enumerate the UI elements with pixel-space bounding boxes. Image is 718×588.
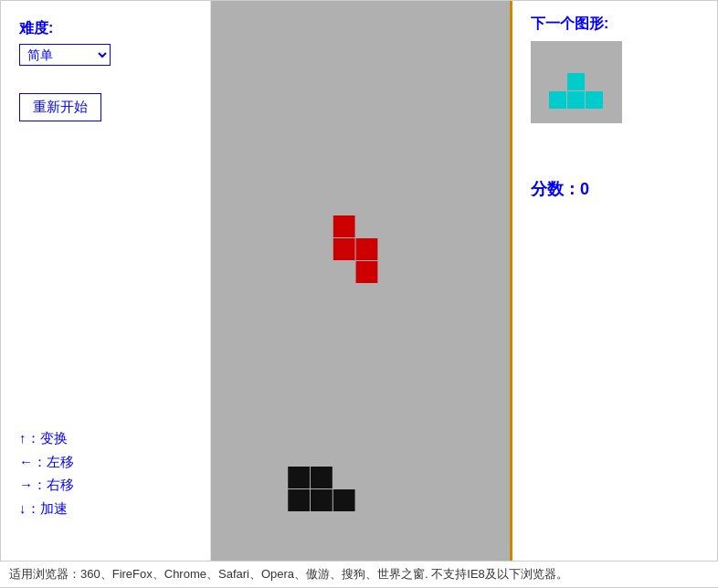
next-piece-preview bbox=[531, 41, 622, 123]
footer: 适用浏览器：360、FireFox、Chrome、Safari、Opera、傲游… bbox=[0, 561, 718, 588]
right-panel: 下一个图形: 分数：0 bbox=[512, 1, 717, 561]
control-line: ←：左移 bbox=[19, 450, 192, 474]
footer-text: 适用浏览器：360、FireFox、Chrome、Safari、Opera、傲游… bbox=[9, 566, 568, 583]
next-piece-label: 下一个图形: bbox=[531, 15, 608, 34]
difficulty-section: 难度: 简单 普通 困难 bbox=[19, 19, 192, 66]
difficulty-select[interactable]: 简单 普通 困难 bbox=[19, 44, 111, 66]
next-piece-canvas bbox=[531, 41, 622, 123]
control-line: →：右移 bbox=[19, 473, 192, 497]
game-canvas bbox=[211, 1, 510, 561]
score-value: 0 bbox=[580, 180, 589, 198]
control-line: ↑：变换 bbox=[19, 426, 192, 450]
score-label: 分数： bbox=[531, 180, 580, 198]
restart-button[interactable]: 重新开始 bbox=[19, 93, 101, 121]
game-area[interactable] bbox=[211, 1, 512, 561]
outer-container: 难度: 简单 普通 困难 重新开始 ↑：变换←：左移→：右移↓：加速 下一个图形… bbox=[0, 0, 718, 588]
left-panel: 难度: 简单 普通 困难 重新开始 ↑：变换←：左移→：右移↓：加速 bbox=[1, 1, 211, 561]
control-line: ↓：加速 bbox=[19, 497, 192, 520]
difficulty-label: 难度: bbox=[19, 19, 192, 38]
controls-section: ↑：变换←：左移→：右移↓：加速 bbox=[19, 426, 192, 547]
main-area: 难度: 简单 普通 困难 重新开始 ↑：变换←：左移→：右移↓：加速 下一个图形… bbox=[0, 0, 718, 561]
score-section: 分数：0 bbox=[531, 178, 589, 200]
